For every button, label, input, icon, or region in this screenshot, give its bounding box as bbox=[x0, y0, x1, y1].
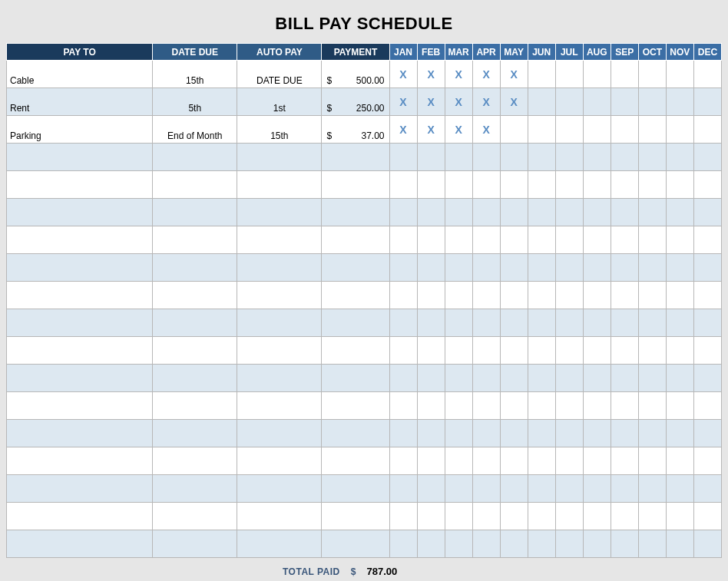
cell-month[interactable] bbox=[583, 503, 611, 530]
cell-month[interactable] bbox=[611, 530, 638, 558]
cell-month[interactable] bbox=[693, 254, 721, 282]
cell-month[interactable] bbox=[638, 365, 666, 392]
cell-month[interactable] bbox=[693, 199, 721, 226]
cell-payto[interactable] bbox=[7, 282, 153, 309]
cell-date-due[interactable]: 5th bbox=[153, 88, 237, 116]
cell-month[interactable] bbox=[528, 365, 555, 392]
cell-month[interactable] bbox=[500, 530, 528, 558]
cell-month[interactable] bbox=[583, 226, 611, 254]
cell-month[interactable] bbox=[528, 503, 555, 530]
cell-payment[interactable] bbox=[322, 309, 389, 337]
cell-payment[interactable] bbox=[322, 282, 389, 309]
cell-month[interactable] bbox=[638, 447, 666, 475]
cell-auto-pay[interactable]: 15th bbox=[237, 116, 322, 144]
cell-month[interactable] bbox=[638, 199, 666, 226]
cell-month[interactable] bbox=[693, 475, 721, 503]
cell-month[interactable] bbox=[583, 309, 611, 337]
cell-month[interactable] bbox=[500, 337, 528, 365]
cell-month[interactable] bbox=[445, 254, 472, 282]
cell-month[interactable]: X bbox=[445, 116, 472, 144]
cell-month[interactable] bbox=[583, 199, 611, 226]
cell-month[interactable] bbox=[445, 337, 472, 365]
cell-date-due[interactable] bbox=[153, 282, 237, 309]
cell-month[interactable] bbox=[472, 392, 500, 420]
cell-month[interactable] bbox=[389, 199, 417, 226]
cell-auto-pay[interactable] bbox=[237, 337, 322, 365]
cell-month[interactable] bbox=[666, 530, 693, 558]
cell-month[interactable] bbox=[693, 503, 721, 530]
cell-auto-pay[interactable] bbox=[237, 282, 322, 309]
cell-payment[interactable] bbox=[322, 199, 389, 226]
cell-month[interactable] bbox=[445, 199, 472, 226]
cell-month[interactable] bbox=[583, 392, 611, 420]
cell-month[interactable]: X bbox=[472, 61, 500, 88]
cell-month[interactable] bbox=[472, 503, 500, 530]
cell-payment[interactable] bbox=[322, 365, 389, 392]
cell-month[interactable]: X bbox=[472, 116, 500, 144]
cell-date-due[interactable] bbox=[153, 226, 237, 254]
cell-month[interactable] bbox=[611, 144, 638, 171]
cell-month[interactable] bbox=[528, 254, 555, 282]
cell-month[interactable] bbox=[528, 447, 555, 475]
cell-month[interactable] bbox=[500, 475, 528, 503]
cell-payto[interactable] bbox=[7, 475, 153, 503]
cell-month[interactable] bbox=[693, 420, 721, 447]
cell-month[interactable] bbox=[417, 365, 445, 392]
cell-month[interactable] bbox=[445, 226, 472, 254]
cell-month[interactable] bbox=[528, 420, 555, 447]
cell-payment[interactable] bbox=[322, 337, 389, 365]
cell-payto[interactable]: Rent bbox=[7, 88, 153, 116]
cell-month[interactable] bbox=[445, 365, 472, 392]
cell-month[interactable] bbox=[611, 337, 638, 365]
cell-month[interactable] bbox=[528, 337, 555, 365]
cell-payment[interactable] bbox=[322, 530, 389, 558]
cell-month[interactable] bbox=[417, 309, 445, 337]
cell-month[interactable] bbox=[500, 392, 528, 420]
cell-auto-pay[interactable] bbox=[237, 530, 322, 558]
cell-payto[interactable] bbox=[7, 254, 153, 282]
cell-month[interactable] bbox=[638, 420, 666, 447]
cell-month[interactable] bbox=[528, 226, 555, 254]
cell-month[interactable] bbox=[389, 420, 417, 447]
cell-month[interactable] bbox=[528, 116, 555, 144]
cell-payment[interactable] bbox=[322, 447, 389, 475]
cell-month[interactable] bbox=[638, 503, 666, 530]
cell-month[interactable] bbox=[500, 226, 528, 254]
cell-month[interactable] bbox=[417, 226, 445, 254]
cell-month[interactable] bbox=[555, 116, 583, 144]
cell-month[interactable] bbox=[666, 171, 693, 199]
cell-month[interactable] bbox=[583, 88, 611, 116]
cell-date-due[interactable] bbox=[153, 530, 237, 558]
cell-payment[interactable] bbox=[322, 475, 389, 503]
cell-month[interactable] bbox=[472, 199, 500, 226]
cell-month[interactable] bbox=[555, 254, 583, 282]
cell-month[interactable] bbox=[417, 447, 445, 475]
cell-payment[interactable] bbox=[322, 226, 389, 254]
cell-month[interactable] bbox=[611, 226, 638, 254]
cell-payment[interactable] bbox=[322, 171, 389, 199]
cell-month[interactable] bbox=[500, 282, 528, 309]
cell-month[interactable] bbox=[417, 503, 445, 530]
cell-month[interactable] bbox=[500, 254, 528, 282]
cell-month[interactable] bbox=[583, 116, 611, 144]
cell-payto[interactable] bbox=[7, 365, 153, 392]
cell-month[interactable] bbox=[693, 447, 721, 475]
cell-month[interactable] bbox=[693, 337, 721, 365]
cell-month[interactable]: X bbox=[389, 61, 417, 88]
cell-month[interactable] bbox=[638, 226, 666, 254]
cell-month[interactable] bbox=[555, 309, 583, 337]
cell-month[interactable] bbox=[472, 144, 500, 171]
cell-month[interactable] bbox=[445, 309, 472, 337]
cell-payto[interactable] bbox=[7, 226, 153, 254]
cell-month[interactable] bbox=[555, 475, 583, 503]
cell-month[interactable] bbox=[417, 420, 445, 447]
cell-month[interactable] bbox=[666, 503, 693, 530]
cell-auto-pay[interactable]: DATE DUE bbox=[237, 61, 322, 88]
cell-payto[interactable] bbox=[7, 144, 153, 171]
cell-month[interactable] bbox=[445, 447, 472, 475]
cell-month[interactable] bbox=[528, 61, 555, 88]
cell-month[interactable] bbox=[555, 420, 583, 447]
cell-month[interactable] bbox=[638, 337, 666, 365]
cell-month[interactable] bbox=[693, 116, 721, 144]
cell-month[interactable] bbox=[666, 475, 693, 503]
